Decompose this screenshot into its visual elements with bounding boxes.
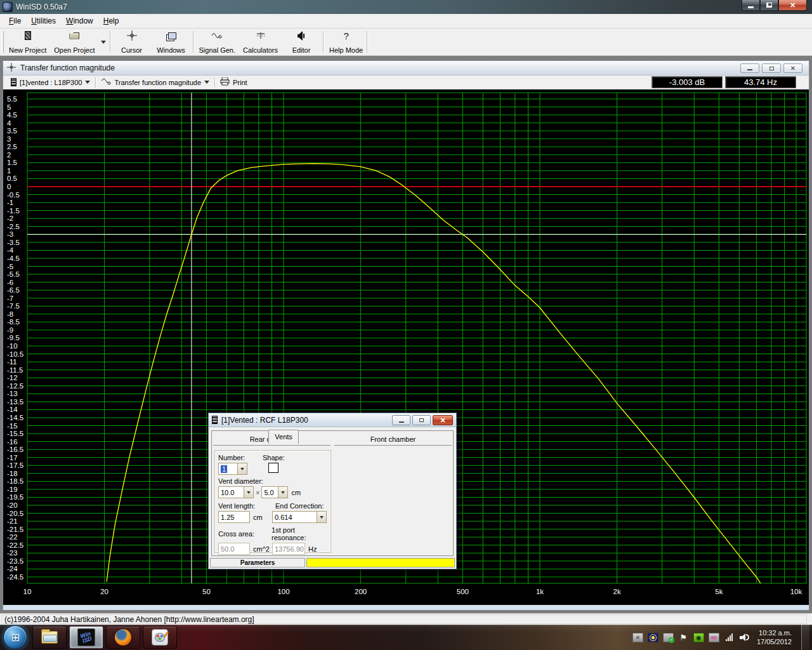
plot-close-button[interactable]: ✕ bbox=[783, 63, 802, 73]
svg-text:20: 20 bbox=[100, 588, 108, 595]
svg-text:-12.5: -12.5 bbox=[7, 382, 23, 390]
port-resonance-unit: Hz bbox=[308, 545, 317, 553]
minimize-icon bbox=[399, 421, 404, 423]
graph-type-dropdown[interactable]: Transfer function magnitude bbox=[98, 77, 212, 88]
chevron-down-icon bbox=[204, 81, 209, 84]
dialog-close-button[interactable]: ✕ bbox=[433, 415, 453, 425]
svg-text:-20.5: -20.5 bbox=[7, 510, 23, 517]
show-desktop-button[interactable] bbox=[801, 625, 809, 650]
printer-icon bbox=[220, 77, 230, 87]
svg-text:-8: -8 bbox=[7, 310, 13, 318]
cursor-button[interactable]: Cursor bbox=[112, 29, 152, 55]
svg-text:-1: -1 bbox=[7, 199, 13, 206]
parameters-button[interactable]: Parameters bbox=[210, 558, 305, 567]
clock-date: 17/05/2012 bbox=[757, 637, 792, 646]
plot-restore-button[interactable] bbox=[762, 63, 781, 73]
restore-icon bbox=[769, 67, 774, 70]
cursor-icon bbox=[126, 30, 138, 41]
svg-text:-1.5: -1.5 bbox=[7, 207, 20, 215]
signal-gen-button[interactable]: Signal Gen. bbox=[195, 29, 239, 55]
menu-help[interactable]: Help bbox=[98, 15, 124, 27]
vent-diameter-label: Vent diameter: bbox=[218, 477, 327, 485]
idle-app-tray-icon[interactable]: × bbox=[632, 633, 643, 642]
vent-shape-selector[interactable] bbox=[268, 463, 278, 473]
vent-diameter-unit: cm bbox=[291, 489, 301, 496]
open-project-button[interactable]: Open Project bbox=[50, 29, 98, 55]
front-chamber-header[interactable]: Front chamber bbox=[334, 434, 452, 446]
menu-window[interactable]: Window bbox=[61, 15, 98, 27]
svg-text:-16.5: -16.5 bbox=[7, 446, 23, 453]
svg-text:-15: -15 bbox=[7, 422, 18, 430]
restore-icon bbox=[419, 418, 424, 422]
plot-window-titlebar[interactable]: Transfer function magnitude ✕ bbox=[3, 61, 809, 76]
menu-bar: File Utilities Window Help bbox=[0, 14, 812, 29]
wireless-tray-icon[interactable] bbox=[648, 633, 658, 642]
svg-text:-2: -2 bbox=[7, 215, 13, 222]
cross-area-label: Cross area: bbox=[218, 530, 272, 538]
open-project-dropdown[interactable] bbox=[99, 29, 108, 55]
taskbar-explorer-button[interactable] bbox=[32, 626, 67, 649]
volume-icon[interactable] bbox=[739, 633, 750, 642]
firefox-icon bbox=[115, 629, 131, 646]
minimize-icon bbox=[747, 69, 752, 70]
calculators-icon bbox=[255, 30, 266, 41]
parameters-progress-bar bbox=[306, 558, 455, 567]
taskbar-winisd-button[interactable]: Win ISD bbox=[69, 626, 103, 649]
new-project-button[interactable]: New Project bbox=[5, 29, 50, 55]
tab-vents[interactable]: Vents bbox=[268, 430, 299, 444]
project-icon bbox=[212, 416, 218, 424]
svg-text:5.5: 5.5 bbox=[7, 95, 17, 103]
svg-text:-9: -9 bbox=[7, 326, 13, 334]
main-toolbar: New Project Open Project Cursor Windows … bbox=[0, 29, 812, 56]
dialog-restore-button[interactable] bbox=[412, 415, 431, 425]
open-project-icon bbox=[69, 30, 80, 41]
dialog-minimize-button[interactable] bbox=[392, 415, 410, 425]
vent-length-input[interactable]: 1.25 bbox=[218, 511, 250, 523]
action-center-flag-icon[interactable]: ⚑ bbox=[678, 633, 689, 642]
svg-text:5: 5 bbox=[7, 103, 11, 111]
wave-icon bbox=[101, 78, 111, 87]
svg-text:-19.5: -19.5 bbox=[7, 493, 23, 501]
dialog-titlebar[interactable]: [1]Vented : RCF L18P300 ✕ bbox=[209, 413, 456, 427]
windows-button[interactable]: Windows bbox=[152, 29, 191, 55]
taskbar-clock[interactable]: 10:32 a.m. 17/05/2012 bbox=[754, 628, 797, 646]
help-mode-button[interactable]: ? Help Mode bbox=[325, 29, 367, 55]
refresh-rate-tray-icon[interactable]: 60 bbox=[709, 633, 719, 642]
vent-diameter-1-select[interactable]: 10.0 bbox=[218, 486, 254, 498]
taskbar-firefox-button[interactable] bbox=[106, 626, 140, 649]
network-signal-icon[interactable] bbox=[724, 633, 735, 642]
svg-text:10k: 10k bbox=[790, 588, 802, 595]
copyright-text: (c)1996-2004 Juha Hartikainen, Janne Aho… bbox=[1, 614, 807, 624]
minimize-button[interactable] bbox=[742, 0, 760, 11]
svg-text:-5.5: -5.5 bbox=[7, 270, 20, 278]
nvidia-settings-icon[interactable]: ◉ bbox=[693, 633, 704, 642]
restore-icon bbox=[766, 3, 772, 8]
cross-area-unit: cm^2 bbox=[253, 545, 272, 553]
start-button[interactable]: ⊞ bbox=[3, 625, 27, 649]
vent-length-label: Vent length: bbox=[218, 502, 275, 510]
dialog-title: [1]Vented : RCF L18P300 bbox=[221, 416, 308, 425]
plot-minimize-button[interactable] bbox=[740, 63, 759, 73]
help-mode-icon: ? bbox=[341, 30, 352, 41]
project-selector-dropdown[interactable]: [1]vented : L18P300 bbox=[8, 77, 93, 87]
end-correction-select[interactable]: 0.614 bbox=[272, 511, 327, 523]
taskbar-paint-button[interactable] bbox=[143, 626, 177, 649]
menu-utilities[interactable]: Utilities bbox=[26, 15, 61, 27]
signal-gen-icon bbox=[211, 30, 223, 41]
svg-text:-21: -21 bbox=[7, 517, 18, 525]
svg-text:-13: -13 bbox=[7, 390, 18, 397]
clock-time: 10:32 a.m. bbox=[757, 628, 792, 637]
svg-text:-18.5: -18.5 bbox=[7, 477, 23, 485]
calculators-button[interactable]: Calculators bbox=[239, 29, 282, 55]
vent-number-select[interactable]: 1 bbox=[218, 463, 247, 475]
menu-file[interactable]: File bbox=[4, 15, 26, 27]
print-button[interactable]: Print bbox=[218, 77, 250, 88]
svg-text:-19: -19 bbox=[7, 486, 18, 493]
svg-text:5k: 5k bbox=[715, 588, 723, 595]
usb-safely-remove-icon[interactable]: ✓ bbox=[663, 633, 674, 642]
plot-toolbar: [1]vented : L18P300 Transfer function ma… bbox=[3, 76, 809, 90]
editor-button[interactable]: Editor bbox=[282, 29, 321, 55]
close-button[interactable]: ✕ bbox=[778, 0, 807, 11]
restore-button[interactable] bbox=[760, 0, 778, 11]
vent-diameter-2-select[interactable]: 5.0 bbox=[261, 486, 288, 498]
